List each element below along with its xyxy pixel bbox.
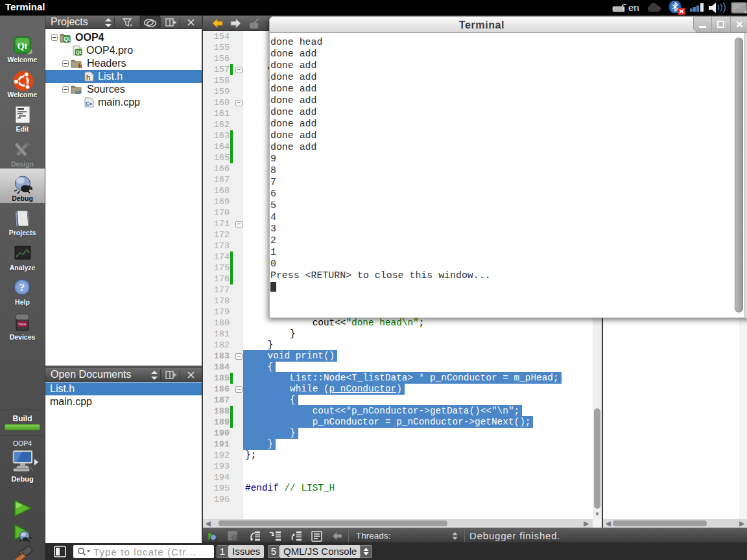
svg-text:#: # [78, 90, 81, 95]
svg-text:Qt: Qt [76, 49, 82, 55]
svg-text:»: » [89, 101, 93, 107]
svg-text:Qt: Qt [64, 36, 70, 42]
svg-text:h: h [86, 74, 90, 81]
svg-text:Home: Home [18, 323, 27, 326]
svg-text:Qt: Qt [17, 41, 27, 51]
svg-text:?: ? [19, 282, 25, 293]
svg-text:h: h [78, 63, 82, 69]
